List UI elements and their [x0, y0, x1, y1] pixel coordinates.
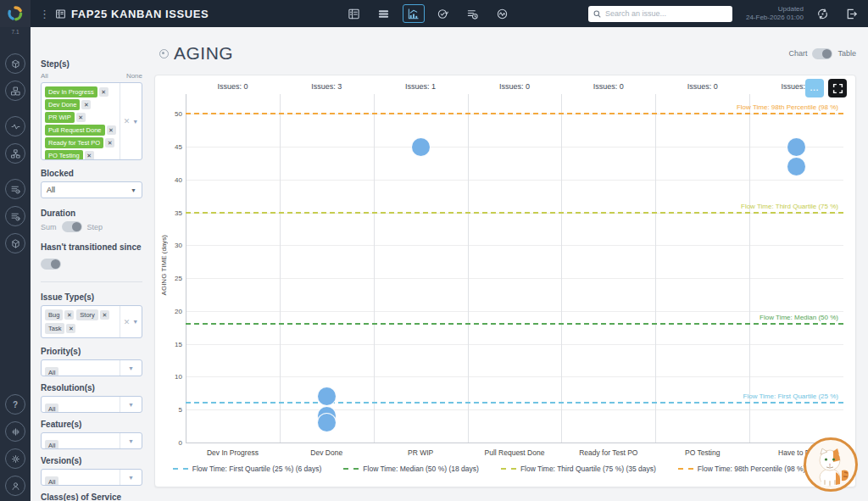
chart-icon[interactable]	[403, 4, 425, 23]
list-icon[interactable]	[373, 4, 395, 23]
table-toggle-label[interactable]: Table	[837, 49, 856, 58]
duration-label: Duration	[41, 209, 142, 218]
class-of-service-label: Class(es) of Service	[41, 493, 142, 501]
steps-select-none-link[interactable]: None	[126, 72, 142, 80]
legend-dash-swatch	[173, 468, 188, 470]
exit-icon[interactable]	[841, 4, 861, 23]
version-select[interactable]: All ▼	[41, 469, 142, 486]
tag-remove-icon[interactable]: ✕	[66, 324, 75, 333]
percentile-line-label: Flow Time: Third Quartile (75 %)	[741, 203, 838, 210]
kebab-menu-icon[interactable]: ⋮	[39, 8, 50, 20]
h-gridline	[186, 409, 843, 410]
x-category-label: Pull Request Done	[468, 448, 562, 457]
steps-multiselect[interactable]: Dev In Progress✕Dev Done✕PR WIP✕Pull Req…	[41, 82, 142, 160]
steps-select-all-link[interactable]: All	[41, 72, 48, 80]
issue-bubble[interactable]	[411, 137, 431, 157]
resolution-select[interactable]: All ▼	[41, 396, 142, 413]
search-icon	[593, 9, 602, 19]
duration-sum-label[interactable]: Sum	[41, 223, 57, 231]
issue-bubble[interactable]	[317, 413, 337, 432]
updated-label: Updated	[746, 5, 804, 14]
queue-clock-icon[interactable]	[462, 4, 484, 23]
x-category-label: Dev In Progress	[186, 448, 280, 457]
issue-types-chevron-down-icon[interactable]: ▼	[132, 319, 138, 325]
legend-item[interactable]: Flow Time: First Quartile (25 %) (6 days…	[173, 465, 322, 473]
steps-clear-icon[interactable]: ✕	[124, 117, 131, 125]
version-value-chip: All	[45, 476, 58, 485]
legend-label: Flow Time: First Quartile (25 %) (6 days…	[192, 465, 322, 473]
column-issues-count: Issues: 3	[280, 82, 374, 91]
chart-toggle-label[interactable]: Chart	[788, 49, 807, 58]
tag-label: Task	[45, 323, 64, 334]
tag-remove-icon[interactable]: ✕	[81, 100, 91, 109]
tag-remove-icon[interactable]: ✕	[107, 125, 116, 135]
board-icon[interactable]	[343, 4, 365, 23]
voice-icon[interactable]	[5, 421, 25, 442]
version-chevron-down-icon[interactable]: ▼	[128, 475, 134, 481]
priority-chevron-down-icon[interactable]: ▼	[128, 365, 134, 371]
tag-label: Ready for Test PO	[45, 137, 103, 148]
app-logo[interactable]	[0, 0, 31, 27]
package-icon[interactable]	[5, 53, 25, 74]
settings-icon[interactable]	[5, 448, 25, 469]
duration-toggle[interactable]	[62, 221, 82, 232]
user-icon[interactable]	[5, 476, 25, 496]
assistant-cat-avatar[interactable]	[804, 437, 858, 492]
refresh-icon[interactable]	[812, 4, 832, 23]
sync-check-icon[interactable]	[432, 4, 454, 23]
tag-label: PR WIP	[45, 112, 75, 123]
x-category-label: Ready for Test PO	[561, 448, 655, 457]
filter-tag: Pull Request Done✕	[45, 125, 116, 136]
aging-info-icon[interactable]	[159, 49, 169, 58]
blocked-select[interactable]: All ▼	[41, 181, 142, 198]
cat-image	[808, 442, 854, 487]
blocked-value: All	[47, 186, 55, 194]
tag-remove-icon[interactable]: ✕	[99, 87, 108, 97]
fullscreen-button[interactable]	[828, 79, 847, 97]
duration-step-label[interactable]: Step	[87, 223, 103, 231]
transitioned-toggle[interactable]	[41, 259, 61, 270]
legend-item[interactable]: Flow Time: Median (50 %) (18 days)	[343, 465, 479, 473]
list-gear-icon[interactable]	[5, 179, 25, 199]
activity-icon[interactable]	[492, 4, 514, 23]
y-tick-label: 45	[162, 143, 182, 151]
x-category-label: Dev Done	[280, 448, 374, 457]
steps-chevron-down-icon[interactable]: ▼	[132, 119, 138, 125]
legend-label: Flow Time: Median (50 %) (18 days)	[363, 465, 479, 473]
chart-more-button[interactable]: ...	[805, 79, 824, 97]
legend-item[interactable]: Flow Time: Third Quartile (75 %) (35 day…	[501, 465, 656, 473]
filter-divider	[41, 281, 142, 282]
y-tick-label: 40	[162, 176, 182, 184]
priority-value-chip: All	[45, 367, 58, 376]
issue-types-clear-icon[interactable]: ✕	[124, 318, 131, 326]
legend-dash-swatch	[678, 468, 693, 470]
percentile-line-label: Flow Time: First Quartile (25 %)	[743, 392, 838, 400]
list-clock-icon[interactable]	[5, 206, 25, 226]
wave-circle-icon[interactable]	[5, 116, 25, 136]
box-icon[interactable]	[5, 233, 25, 253]
packages-icon[interactable]	[5, 81, 25, 101]
resolution-chevron-down-icon[interactable]: ▼	[128, 402, 134, 408]
tag-remove-icon[interactable]: ✕	[105, 138, 114, 148]
tag-remove-icon[interactable]: ✕	[76, 113, 86, 122]
feature-select[interactable]: All ▼	[41, 432, 142, 449]
chart-table-toggle[interactable]	[812, 48, 832, 59]
issue-types-multiselect[interactable]: Bug✕Story✕Task✕ ✕▼	[41, 305, 142, 338]
cluster-icon[interactable]	[5, 143, 25, 164]
tag-remove-icon[interactable]: ✕	[100, 310, 109, 320]
search-input[interactable]	[605, 9, 728, 18]
priority-label: Priority(s)	[41, 347, 142, 356]
v-gridline	[655, 94, 656, 443]
issue-bubble[interactable]	[787, 137, 806, 157]
chart-legend: Flow Time: First Quartile (25 %) (6 days…	[155, 465, 855, 473]
feature-chevron-down-icon[interactable]: ▼	[128, 438, 134, 444]
issue-bubble[interactable]	[787, 157, 806, 176]
issue-bubble[interactable]	[317, 387, 337, 406]
logo-swirl-icon	[7, 5, 24, 22]
tag-remove-icon[interactable]: ✕	[64, 310, 74, 320]
help-icon[interactable]: ?	[5, 394, 25, 415]
percentile-line	[186, 113, 843, 114]
priority-select[interactable]: All ▼	[41, 359, 142, 376]
filter-panel: Step(s) All None Dev In Progress✕Dev Don…	[31, 27, 153, 501]
tag-remove-icon[interactable]: ✕	[85, 151, 94, 159]
